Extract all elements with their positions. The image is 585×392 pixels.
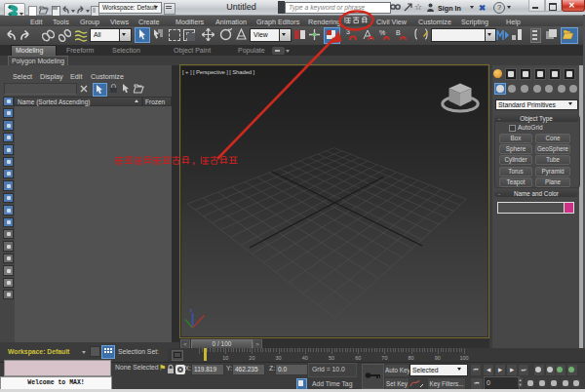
svg-text:3: 3 bbox=[346, 28, 350, 35]
svg-text:B: B bbox=[396, 29, 401, 36]
svg-text:%: % bbox=[379, 29, 385, 36]
svg-text:z: z bbox=[190, 307, 193, 313]
